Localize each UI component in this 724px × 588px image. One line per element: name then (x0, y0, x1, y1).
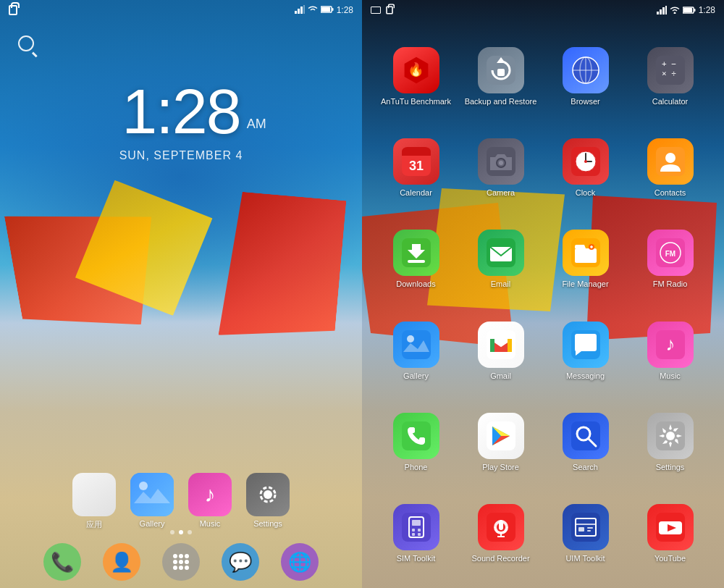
app-phone[interactable]: Phone (374, 396, 458, 487)
filemanager-label: File Manager (562, 280, 608, 288)
svg-point-13 (185, 554, 189, 558)
antutu-icon: 🔥 (393, 47, 439, 93)
downloads-icon (393, 230, 439, 276)
backup-label: Backup and Restore (465, 97, 537, 106)
browser-button[interactable]: 🌐 (281, 543, 319, 581)
messaging-icon (563, 322, 609, 368)
dock-app-music[interactable]: ♪ Music (188, 473, 232, 530)
app-gmail[interactable]: Gmail (458, 305, 543, 396)
app-camera[interactable]: Camera (458, 122, 543, 213)
bottom-navigation: 📞 👤 💬 🌐 (0, 543, 362, 581)
simtoolkit-icon (393, 504, 439, 550)
contacts-button[interactable]: 👤 (103, 543, 140, 581)
filemanager-icon (563, 230, 609, 276)
dot-1 (170, 530, 174, 534)
dock-app-settings[interactable]: Settings (246, 473, 290, 530)
svg-rect-101 (578, 527, 584, 532)
svg-point-17 (173, 566, 177, 570)
app-downloads[interactable]: Downloads (374, 214, 458, 305)
app-filemanager[interactable]: File Manager (543, 214, 628, 305)
dock-app-apps[interactable]: 应用 (72, 473, 116, 530)
svg-point-19 (185, 566, 189, 570)
soundrecorder-label: Sound Recorder (471, 554, 529, 563)
app-contacts[interactable]: Contacts (628, 122, 712, 213)
uimtoolkit-icon (563, 504, 609, 550)
search-label: Search (573, 463, 598, 471)
app-clock[interactable]: Clock (543, 122, 628, 213)
dot-2 (179, 530, 183, 534)
search-button[interactable] (13, 30, 39, 56)
uimtoolkit-label: UIM Toolkit (565, 554, 605, 563)
status-right-icons: 1:28 (657, 5, 715, 15)
status-icons-left (9, 5, 17, 15)
app-browser[interactable]: Browser (543, 30, 628, 122)
svg-rect-32 (497, 69, 505, 76)
lock-screen: 1:28 1:28 AM SUN, SEPTEMBER 4 应用 (0, 0, 362, 588)
app-music[interactable]: ♪ Music (628, 305, 712, 396)
app-antutu[interactable]: 🔥 AnTuTu Benchmark (374, 30, 458, 122)
svg-text:×  ÷: × ÷ (662, 69, 676, 78)
status-bar-left: 1:28 (0, 0, 362, 20)
svg-rect-3 (303, 5, 305, 14)
page-dots (170, 530, 192, 534)
contacts-icon (647, 138, 694, 185)
svg-rect-26 (694, 9, 695, 12)
clock-ampm: AM (247, 117, 266, 132)
calendar-label: Calendar (400, 188, 432, 197)
youtube-label: YouTube (654, 554, 686, 563)
svg-text:31: 31 (408, 159, 423, 173)
messaging-button[interactable]: 💬 (222, 543, 259, 581)
app-drawer-button[interactable] (162, 543, 200, 581)
app-soundrecorder[interactable]: Sound Recorder (458, 488, 543, 579)
time-right: 1:28 (699, 5, 715, 15)
dock-app-gallery[interactable]: Gallery (130, 473, 174, 530)
app-backup[interactable]: Backup and Restore (458, 30, 543, 122)
svg-rect-0 (295, 11, 297, 14)
app-settings[interactable]: Settings (628, 396, 712, 487)
app-email[interactable]: Email (458, 214, 543, 305)
app-calendar[interactable]: 31 Calendar (374, 122, 458, 213)
gallery-icon (393, 322, 439, 368)
app-simtoolkit[interactable]: SIM Toolkit (374, 488, 458, 579)
app-calculator[interactable]: + − × ÷ Calculator (628, 30, 712, 122)
svg-rect-88 (412, 529, 415, 532)
music-icon: ♪ (647, 322, 694, 368)
svg-rect-5 (332, 8, 333, 11)
youtube-icon (647, 504, 694, 550)
clock-display: 1:28 AM SUN, SEPTEMBER 4 (0, 80, 362, 162)
app-messaging[interactable]: Messaging (543, 305, 628, 396)
app-gallery[interactable]: Gallery (374, 305, 458, 396)
app-youtube[interactable]: YouTube (628, 488, 712, 579)
app-search[interactable]: Search (543, 396, 628, 487)
clock-label: Clock (576, 188, 596, 197)
app-fmradio[interactable]: FM FM Radio (628, 214, 712, 305)
settings-label: Settings (656, 463, 685, 471)
svg-point-16 (185, 560, 189, 564)
antutu-label: AnTuTu Benchmark (381, 97, 451, 106)
svg-point-9 (264, 490, 272, 499)
svg-rect-95 (499, 520, 503, 530)
clock-time: 1:28 (122, 75, 240, 147)
downloads-label: Downloads (396, 280, 435, 288)
soundrecorder-icon (478, 504, 524, 550)
phone-button[interactable]: 📞 (43, 543, 81, 581)
messaging-label: Messaging (566, 371, 605, 380)
svg-text:🔥: 🔥 (408, 62, 424, 77)
search-icon-app (563, 413, 609, 459)
email-label: Email (491, 280, 511, 288)
email-icon (478, 230, 524, 276)
svg-text:+  −: + − (662, 59, 676, 69)
gmail-label: Gmail (490, 371, 511, 380)
simtoolkit-label: SIM Toolkit (397, 554, 436, 563)
dock-music-label: Music (200, 519, 221, 528)
gmail-icon (478, 322, 524, 368)
svg-rect-78 (402, 421, 431, 450)
app-uimtoolkit[interactable]: UIM Toolkit (543, 488, 628, 579)
svg-rect-7 (130, 473, 174, 516)
signal-icon (295, 5, 305, 16)
svg-rect-73 (490, 339, 494, 352)
app-playstore[interactable]: Play Store (458, 396, 543, 487)
gallery-label: Gallery (403, 371, 429, 380)
svg-rect-44 (402, 151, 431, 156)
svg-rect-1 (298, 9, 300, 14)
